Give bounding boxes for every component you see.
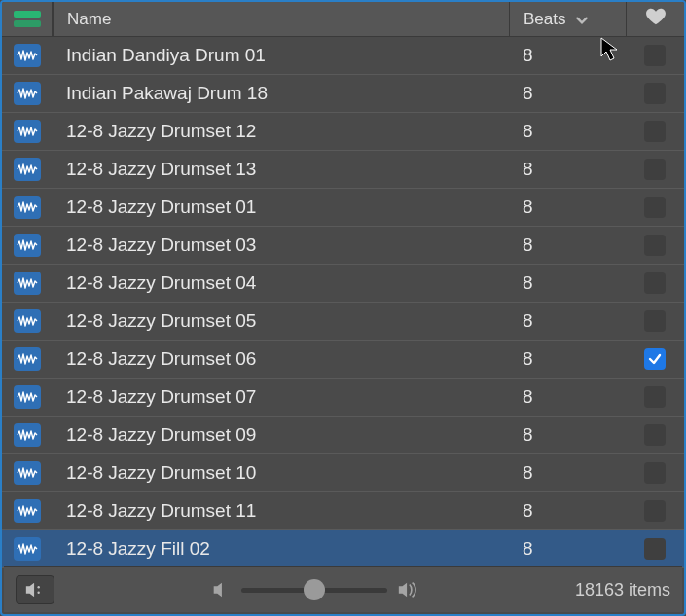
- svg-point-0: [37, 586, 39, 588]
- favorite-cell: [626, 538, 684, 560]
- column-header-name[interactable]: Name: [53, 2, 509, 36]
- loop-type-cell: [2, 423, 53, 447]
- loop-beats-label: 8: [523, 235, 533, 256]
- favorite-cell: [626, 462, 684, 484]
- loop-type-cell: [2, 385, 53, 409]
- loop-name-label: 12-8 Jazzy Drumset 13: [66, 159, 256, 179]
- table-row[interactable]: 12-8 Jazzy Drumset 138: [2, 151, 684, 189]
- loop-type-cell: [2, 158, 53, 181]
- favorite-checkbox[interactable]: [644, 538, 666, 560]
- loop-beats-label: 8: [523, 45, 533, 66]
- favorite-cell: [626, 386, 684, 408]
- table-row[interactable]: 12-8 Jazzy Drumset 058: [2, 303, 684, 341]
- loop-beats-label: 8: [523, 348, 533, 370]
- loop-name-cell: 12-8 Jazzy Drumset 01: [53, 197, 509, 218]
- audio-loop-icon: [14, 423, 41, 447]
- loop-name-label: 12-8 Jazzy Drumset 12: [66, 121, 256, 141]
- audio-loop-icon: [14, 120, 41, 143]
- loop-type-cell: [2, 234, 53, 257]
- table-row[interactable]: Indian Pakawaj Drum 188: [2, 75, 684, 113]
- column-header-favorite[interactable]: [626, 2, 684, 36]
- loop-beats-label: 8: [523, 462, 533, 484]
- loop-type-cell: [2, 347, 53, 371]
- loop-name-label: 12-8 Jazzy Drumset 09: [66, 424, 256, 445]
- column-header-row: Name Beats: [2, 2, 684, 37]
- audio-loop-icon: [14, 537, 41, 561]
- loop-beats-cell: 8: [509, 424, 626, 446]
- audio-loop-icon: [14, 461, 41, 485]
- loop-list[interactable]: Indian Dandiya Drum 018Indian Pakawaj Dr…: [2, 37, 684, 568]
- loop-type-cell: [2, 309, 53, 333]
- view-toggle-button[interactable]: [2, 2, 53, 36]
- favorite-checkbox[interactable]: [644, 272, 666, 294]
- loop-beats-cell: 8: [509, 462, 626, 484]
- table-row[interactable]: 12-8 Jazzy Drumset 068: [2, 341, 684, 379]
- volume-slider-thumb[interactable]: [304, 579, 325, 600]
- loop-beats-cell: 8: [509, 235, 626, 256]
- favorite-cell: [626, 424, 684, 446]
- loop-name-label: 12-8 Jazzy Drumset 10: [66, 462, 256, 483]
- table-row[interactable]: 12-8 Jazzy Drumset 018: [2, 189, 684, 227]
- table-row[interactable]: 12-8 Jazzy Drumset 038: [2, 227, 684, 265]
- loop-beats-label: 8: [523, 197, 533, 218]
- table-row[interactable]: 12-8 Jazzy Fill 028: [2, 530, 684, 568]
- table-row[interactable]: 12-8 Jazzy Drumset 118: [2, 492, 684, 530]
- loop-name-cell: 12-8 Jazzy Drumset 11: [53, 500, 509, 522]
- speaker-waves-icon: [24, 581, 46, 598]
- audio-loop-icon: [14, 234, 41, 257]
- loop-name-cell: 12-8 Jazzy Drumset 06: [53, 348, 509, 370]
- loop-name-cell: 12-8 Jazzy Drumset 07: [53, 386, 509, 408]
- loop-beats-label: 8: [523, 159, 533, 180]
- audio-loop-icon: [14, 196, 41, 219]
- favorite-checkbox[interactable]: [644, 386, 666, 408]
- favorite-checkbox[interactable]: [644, 310, 666, 332]
- loop-type-cell: [2, 461, 53, 485]
- loop-name-label: 12-8 Jazzy Drumset 11: [66, 500, 256, 521]
- favorite-checkbox[interactable]: [644, 45, 666, 66]
- favorite-checkbox[interactable]: [644, 348, 666, 370]
- loop-name-label: 12-8 Jazzy Fill 02: [66, 538, 210, 559]
- loop-type-cell: [2, 272, 53, 295]
- loop-type-cell: [2, 44, 53, 67]
- favorite-checkbox[interactable]: [644, 121, 666, 142]
- loop-name-cell: 12-8 Jazzy Drumset 09: [53, 424, 509, 446]
- volume-slider[interactable]: [241, 588, 387, 593]
- loop-beats-cell: 8: [509, 310, 626, 332]
- table-row[interactable]: 12-8 Jazzy Drumset 048: [2, 265, 684, 303]
- favorite-cell: [626, 310, 684, 332]
- favorite-checkbox[interactable]: [644, 462, 666, 484]
- footer-bar: 18163 items: [4, 566, 682, 612]
- table-row[interactable]: 12-8 Jazzy Drumset 098: [2, 417, 684, 454]
- table-row[interactable]: 12-8 Jazzy Drumset 078: [2, 379, 684, 417]
- favorite-checkbox[interactable]: [644, 424, 666, 446]
- favorite-checkbox[interactable]: [644, 197, 666, 218]
- audio-loop-icon: [14, 385, 41, 409]
- loop-type-cell: [2, 82, 53, 105]
- favorite-checkbox[interactable]: [644, 500, 666, 522]
- loop-name-label: 12-8 Jazzy Drumset 03: [66, 235, 256, 255]
- loop-beats-cell: 8: [509, 83, 626, 104]
- loop-name-label: 12-8 Jazzy Drumset 07: [66, 386, 256, 407]
- favorite-checkbox[interactable]: [644, 159, 666, 180]
- loop-beats-cell: 8: [509, 272, 626, 294]
- loop-name-label: Indian Pakawaj Drum 18: [66, 83, 268, 103]
- loop-name-cell: Indian Dandiya Drum 01: [53, 45, 509, 66]
- favorite-cell: [626, 235, 684, 256]
- favorite-checkbox[interactable]: [644, 235, 666, 256]
- loop-beats-label: 8: [523, 386, 533, 408]
- preview-play-button[interactable]: [16, 575, 54, 604]
- table-row[interactable]: 12-8 Jazzy Drumset 128: [2, 113, 684, 151]
- table-row[interactable]: 12-8 Jazzy Drumset 108: [2, 454, 684, 492]
- loop-name-cell: 12-8 Jazzy Drumset 10: [53, 462, 509, 484]
- audio-loop-icon: [14, 158, 41, 181]
- loop-beats-cell: 8: [509, 538, 626, 560]
- speaker-high-icon: [397, 581, 418, 598]
- column-header-beats[interactable]: Beats: [509, 2, 626, 36]
- table-row[interactable]: Indian Dandiya Drum 018: [2, 37, 684, 75]
- loop-beats-label: 8: [523, 424, 533, 446]
- loop-name-cell: 12-8 Jazzy Drumset 03: [53, 235, 509, 256]
- loop-type-cell: [2, 120, 53, 143]
- favorite-checkbox[interactable]: [644, 83, 666, 104]
- loop-name-cell: 12-8 Jazzy Drumset 04: [53, 272, 509, 294]
- loop-beats-cell: 8: [509, 500, 626, 522]
